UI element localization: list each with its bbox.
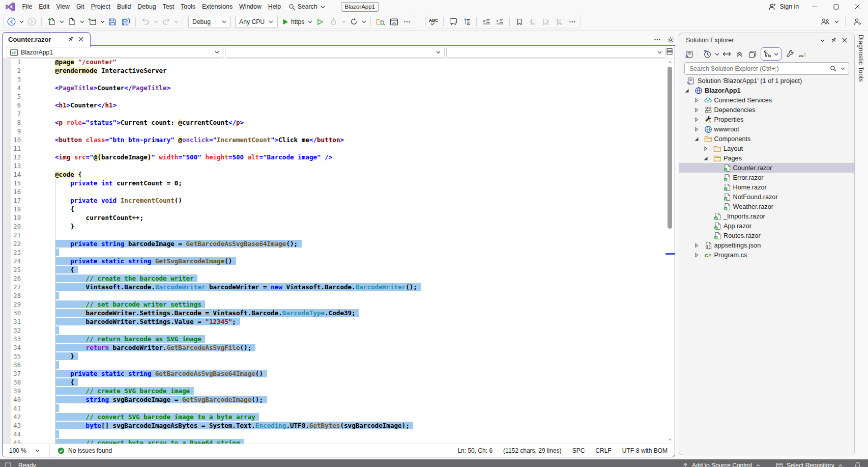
tree-item-wwwroot[interactable]: wwwroot [679, 124, 854, 134]
start-debugging-dropdown[interactable] [306, 16, 313, 28]
code-line[interactable]: 4<PageTitle>Counter</PageTitle> [3, 84, 666, 93]
start-debugging-button[interactable]: https [280, 16, 306, 28]
encoding-mode[interactable]: UTF-8 with BOM [617, 447, 673, 454]
editor-toolbar-overflow-button[interactable] [566, 16, 579, 28]
navigate-back-dropdown[interactable] [18, 16, 25, 28]
previous-bookmark-button[interactable] [526, 16, 539, 28]
code-line[interactable]: 45 // convert byte array to a Base64 str… [3, 439, 666, 444]
code-line[interactable]: 36 [3, 361, 666, 370]
code-line[interactable]: 7 [3, 110, 666, 119]
tree-item-home-razor[interactable]: @Home.razor [679, 182, 854, 192]
decrease-indent-button[interactable] [480, 16, 493, 28]
nav-type-dropdown[interactable] [225, 47, 445, 58]
tree-item-pages[interactable]: Pages [679, 153, 854, 163]
menu-window[interactable]: Window [236, 2, 265, 12]
next-bookmark-button[interactable] [539, 16, 553, 28]
menu-test[interactable]: Test [159, 2, 178, 12]
se-filter-dropdown[interactable] [713, 48, 720, 60]
tree-item-connected-services[interactable]: Connected Services [679, 95, 854, 105]
solution-explorer-search-input[interactable] [689, 65, 830, 72]
code-line[interactable]: 6<h1>Counter</h1> [3, 101, 666, 110]
code-line[interactable]: 30 barcodeWriter.Settings.Barcode = Vint… [3, 309, 666, 318]
tree-item-app-razor[interactable]: @App.razor [679, 221, 854, 231]
clear-bookmarks-button[interactable] [553, 16, 566, 28]
increase-indent-button[interactable] [493, 16, 506, 28]
save-button[interactable] [106, 16, 119, 28]
line-ending-mode[interactable]: CRLF [590, 447, 616, 454]
tab-diagnostic-tools[interactable]: Diagnostic Tools [857, 35, 864, 82]
tree-item-solution-blazorapp1-1-of-1-project[interactable]: Solution 'BlazorApp1' (1 of 1 project) [679, 76, 854, 86]
code-line[interactable]: 14@code { [3, 171, 666, 179]
nav-member-dropdown[interactable] [446, 47, 666, 58]
collapse-icon[interactable] [694, 136, 699, 142]
add-to-source-control-button[interactable]: Add to Source Control [682, 462, 761, 467]
code-line[interactable]: 3 [3, 75, 666, 84]
code-line[interactable]: 23 [3, 249, 666, 257]
toolbar-overflow-button[interactable] [400, 16, 414, 28]
menu-file[interactable]: File [19, 2, 36, 12]
se-sync-active-document-button[interactable] [720, 48, 733, 60]
code-line[interactable]: 20 } [3, 223, 666, 231]
code-line[interactable]: 8<p role="status">Current count: @curren… [3, 119, 666, 127]
notifications-bell-icon[interactable] [854, 462, 861, 467]
code-line[interactable]: 28 [3, 292, 666, 300]
editor-vertical-scrollbar[interactable]: ▲ ▼ [666, 59, 675, 444]
expand-icon[interactable] [694, 243, 699, 248]
se-pending-changes-filter-button[interactable] [701, 48, 713, 60]
split-window-button[interactable] [666, 48, 673, 55]
menu-help[interactable]: Help [265, 2, 284, 12]
code-line[interactable]: 44 [3, 430, 666, 439]
tree-item-notfound-razor[interactable]: @NotFound.razor [679, 192, 854, 202]
tree-item-weather-razor[interactable]: @Weather.razor [679, 202, 854, 211]
code-line[interactable]: 21 [3, 231, 666, 240]
solution-explorer-menu-button[interactable] [817, 35, 828, 45]
scrollbar-thumb[interactable] [668, 67, 672, 229]
expand-icon[interactable] [703, 146, 708, 151]
restart-button[interactable] [347, 16, 360, 28]
open-file-button[interactable] [65, 16, 78, 28]
tree-item-imports-razor[interactable]: @_Imports.razor [679, 211, 854, 221]
solution-configuration-combo[interactable]: Debug [188, 16, 231, 28]
close-button[interactable] [847, 0, 868, 13]
se-preview-selected-button[interactable] [796, 48, 809, 60]
se-show-all-files-button[interactable] [746, 48, 759, 60]
code-line[interactable]: 5 [3, 93, 666, 101]
code-line[interactable]: 42 // convert SVG barcode image to a byt… [3, 413, 666, 422]
code-line[interactable]: 16 [3, 188, 666, 197]
menu-edit[interactable]: Edit [36, 2, 53, 12]
live-share-button[interactable] [819, 15, 832, 28]
new-file-button[interactable] [45, 16, 58, 28]
tree-item-dependencies[interactable]: Dependencies [679, 105, 854, 115]
caret-position[interactable]: Ln: 50, Ch: 6 [452, 447, 498, 454]
code-line[interactable]: 24 private static string GetSvgBarcodeIm… [3, 257, 666, 266]
tree-item-blazorapp1[interactable]: BlazorApp1 [679, 86, 854, 95]
code-line[interactable]: 11 [3, 145, 666, 153]
expand-icon[interactable] [694, 98, 699, 103]
code-line[interactable]: 34 return barcodeWriter.GetBarcodeAsSvgF… [3, 344, 666, 352]
tree-item-layout[interactable]: Layout [679, 144, 854, 153]
select-repository-button[interactable]: Select Repository [776, 462, 843, 467]
code-line[interactable]: 33 // return barcode as SVG image [3, 335, 666, 344]
scroll-up-arrow-icon[interactable]: ▲ [667, 60, 673, 65]
solution-platform-combo[interactable]: Any CPU [235, 16, 278, 28]
undo-dropdown[interactable] [152, 16, 159, 28]
sign-in-button[interactable]: Sign in [768, 3, 799, 11]
start-without-debugging-button[interactable] [313, 16, 327, 28]
redo-dropdown[interactable] [172, 16, 180, 28]
tree-item-error-razor[interactable]: @Error.razor [679, 173, 854, 182]
menu-view[interactable]: View [53, 2, 73, 12]
health-indicator[interactable]: No issues found [57, 444, 112, 457]
hot-reload-button[interactable] [327, 16, 340, 28]
undo-button[interactable] [139, 16, 152, 28]
menu-debug[interactable]: Debug [134, 2, 159, 12]
project-badge[interactable]: BlazorApp1 [341, 2, 379, 12]
indentation-mode[interactable]: SPC [567, 447, 590, 454]
solution-explorer-close-button[interactable] [839, 35, 850, 45]
new-file-dropdown[interactable] [58, 16, 65, 28]
code-line[interactable]: 29 // set barcode writer settings [3, 300, 666, 309]
open-in-browser-button[interactable] [387, 16, 400, 28]
expand-icon[interactable] [694, 107, 699, 113]
search-menu-button[interactable]: Search [285, 2, 329, 12]
menu-extensions[interactable]: Extensions [198, 2, 236, 12]
menu-tools[interactable]: Tools [178, 2, 199, 12]
